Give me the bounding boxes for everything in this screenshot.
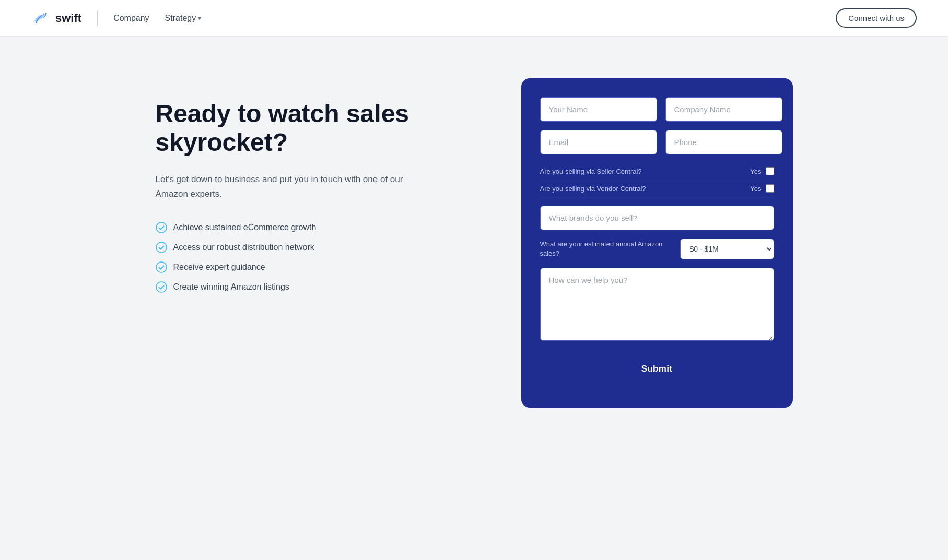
chevron-down-icon: ▾ xyxy=(198,15,201,22)
submit-button[interactable]: Submit xyxy=(540,355,774,383)
nav-strategy[interactable]: Strategy ▾ xyxy=(165,14,202,23)
feature-item-3: Receive expert guidance xyxy=(156,261,459,273)
annual-sales-row: What are your estimated annual Amazon sa… xyxy=(540,239,774,259)
feature-text-3: Receive expert guidance xyxy=(173,263,265,272)
nav-company[interactable]: Company xyxy=(113,14,149,23)
feature-text-1: Achieve sustained eCommerce growth xyxy=(173,223,317,232)
phone-input[interactable] xyxy=(665,130,782,154)
vendor-central-checkbox[interactable] xyxy=(766,184,774,193)
seller-central-row: Are you selling via Seller Central? Yes xyxy=(540,163,774,180)
swift-logo-icon xyxy=(31,9,50,28)
seller-central-label: Are you selling via Seller Central? xyxy=(540,168,642,175)
check-circle-icon-2 xyxy=(156,242,167,253)
svg-point-3 xyxy=(156,282,167,292)
name-company-row xyxy=(540,97,774,122)
vendor-central-label: Are you selling via Vendor Central? xyxy=(540,185,646,193)
svg-point-1 xyxy=(156,242,167,253)
main-content: Ready to watch sales skyrocket? Let's ge… xyxy=(0,37,948,560)
check-circle-icon-3 xyxy=(156,261,167,273)
nav-links: Company Strategy ▾ xyxy=(113,14,836,23)
feature-item-4: Create winning Amazon listings xyxy=(156,281,459,293)
email-phone-row xyxy=(540,130,774,154)
hero-title: Ready to watch sales skyrocket? xyxy=(156,99,459,157)
left-section: Ready to watch sales skyrocket? Let's ge… xyxy=(156,78,459,293)
help-textarea[interactable] xyxy=(540,268,774,341)
annual-sales-select[interactable]: $0 - $1M$1M - $5M$5M - $10M$10M+ xyxy=(680,239,774,259)
logo-text: swift xyxy=(55,11,81,25)
feature-item-1: Achieve sustained eCommerce growth xyxy=(156,222,459,233)
company-name-input[interactable] xyxy=(665,97,782,122)
your-name-input[interactable] xyxy=(540,97,657,122)
contact-form-card: Are you selling via Seller Central? Yes … xyxy=(521,78,793,408)
vendor-central-row: Are you selling via Vendor Central? Yes xyxy=(540,180,774,197)
vendor-central-yes-label: Yes xyxy=(750,185,761,193)
logo[interactable]: swift xyxy=(31,9,81,28)
email-input[interactable] xyxy=(540,130,657,154)
feature-list: Achieve sustained eCommerce growth Acces… xyxy=(156,222,459,293)
svg-point-2 xyxy=(156,262,167,272)
check-circle-icon-4 xyxy=(156,281,167,293)
brands-input[interactable] xyxy=(540,206,774,230)
svg-point-0 xyxy=(156,222,167,233)
feature-text-4: Create winning Amazon listings xyxy=(173,282,289,292)
hero-subtitle: Let's get down to business and put you i… xyxy=(156,172,406,200)
seller-central-checkbox[interactable] xyxy=(766,167,774,175)
nav-divider xyxy=(97,10,98,26)
annual-sales-label: What are your estimated annual Amazon sa… xyxy=(540,240,670,258)
feature-text-2: Access our robust distribution network xyxy=(173,243,314,252)
connect-with-us-button[interactable]: Connect with us xyxy=(836,8,917,28)
seller-central-right: Yes xyxy=(750,167,774,175)
navbar: swift Company Strategy ▾ Connect with us xyxy=(0,0,948,37)
vendor-central-right: Yes xyxy=(750,184,774,193)
feature-item-2: Access our robust distribution network xyxy=(156,242,459,253)
seller-central-yes-label: Yes xyxy=(750,168,761,175)
check-circle-icon-1 xyxy=(156,222,167,233)
